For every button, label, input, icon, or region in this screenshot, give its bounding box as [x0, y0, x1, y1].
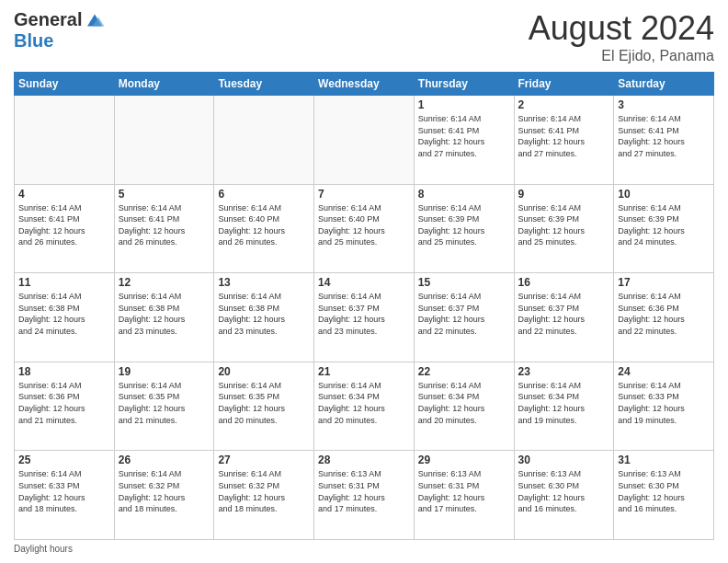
day-info: Sunrise: 6:14 AM Sunset: 6:34 PM Dayligh…	[418, 380, 510, 426]
calendar-cell: 5Sunrise: 6:14 AM Sunset: 6:41 PM Daylig…	[114, 184, 214, 273]
calendar-cell: 13Sunrise: 6:14 AM Sunset: 6:38 PM Dayli…	[214, 273, 314, 362]
day-info: Sunrise: 6:14 AM Sunset: 6:38 PM Dayligh…	[18, 291, 110, 337]
day-number: 3	[618, 98, 710, 111]
calendar-cell: 11Sunrise: 6:14 AM Sunset: 6:38 PM Dayli…	[15, 273, 115, 362]
day-info: Sunrise: 6:14 AM Sunset: 6:38 PM Dayligh…	[119, 291, 210, 337]
calendar-cell: 4Sunrise: 6:14 AM Sunset: 6:41 PM Daylig…	[15, 184, 115, 273]
calendar-cell: 12Sunrise: 6:14 AM Sunset: 6:38 PM Dayli…	[114, 273, 214, 362]
day-number: 21	[318, 365, 410, 378]
day-number: 23	[518, 365, 610, 378]
day-number: 24	[618, 365, 710, 378]
calendar-cell: 18Sunrise: 6:14 AM Sunset: 6:36 PM Dayli…	[15, 362, 115, 451]
calendar-cell: 22Sunrise: 6:14 AM Sunset: 6:34 PM Dayli…	[414, 362, 514, 451]
day-info: Sunrise: 6:13 AM Sunset: 6:31 PM Dayligh…	[318, 468, 410, 514]
calendar-cell	[314, 96, 415, 185]
day-info: Sunrise: 6:14 AM Sunset: 6:41 PM Dayligh…	[618, 113, 710, 159]
day-info: Sunrise: 6:14 AM Sunset: 6:36 PM Dayligh…	[18, 380, 110, 426]
calendar-header-sunday: Sunday	[15, 73, 115, 96]
calendar-cell: 25Sunrise: 6:14 AM Sunset: 6:33 PM Dayli…	[15, 451, 115, 540]
day-number: 17	[618, 276, 710, 289]
calendar-header-saturday: Saturday	[614, 73, 714, 96]
calendar-cell: 17Sunrise: 6:14 AM Sunset: 6:36 PM Dayli…	[614, 273, 714, 362]
day-number: 20	[218, 365, 310, 378]
day-number: 31	[618, 454, 710, 466]
day-number: 28	[318, 454, 410, 466]
calendar-cell: 21Sunrise: 6:14 AM Sunset: 6:34 PM Dayli…	[314, 362, 415, 451]
logo: General Blue	[14, 9, 106, 52]
day-number: 19	[119, 365, 210, 378]
page: General Blue August 2024 El Ejido, Panam…	[0, 0, 728, 563]
day-info: Sunrise: 6:13 AM Sunset: 6:30 PM Dayligh…	[618, 468, 710, 514]
calendar-header-row: SundayMondayTuesdayWednesdayThursdayFrid…	[15, 73, 714, 96]
month-title: August 2024	[529, 9, 714, 48]
calendar-week-4: 18Sunrise: 6:14 AM Sunset: 6:36 PM Dayli…	[15, 362, 714, 451]
day-info: Sunrise: 6:13 AM Sunset: 6:30 PM Dayligh…	[518, 468, 610, 514]
day-info: Sunrise: 6:14 AM Sunset: 6:33 PM Dayligh…	[18, 468, 110, 514]
day-info: Sunrise: 6:14 AM Sunset: 6:41 PM Dayligh…	[18, 202, 110, 248]
day-number: 22	[418, 365, 510, 378]
logo-icon	[84, 11, 106, 29]
day-number: 27	[218, 454, 310, 466]
day-info: Sunrise: 6:14 AM Sunset: 6:40 PM Dayligh…	[318, 202, 410, 248]
day-number: 16	[518, 276, 610, 289]
calendar-cell: 6Sunrise: 6:14 AM Sunset: 6:40 PM Daylig…	[214, 184, 314, 273]
day-info: Sunrise: 6:14 AM Sunset: 6:39 PM Dayligh…	[618, 202, 710, 248]
day-info: Sunrise: 6:14 AM Sunset: 6:35 PM Dayligh…	[218, 380, 310, 426]
calendar-cell: 14Sunrise: 6:14 AM Sunset: 6:37 PM Dayli…	[314, 273, 415, 362]
day-number: 8	[418, 188, 510, 201]
day-info: Sunrise: 6:14 AM Sunset: 6:41 PM Dayligh…	[418, 113, 510, 159]
day-number: 30	[518, 454, 610, 466]
calendar-cell: 23Sunrise: 6:14 AM Sunset: 6:34 PM Dayli…	[514, 362, 614, 451]
calendar-cell: 9Sunrise: 6:14 AM Sunset: 6:39 PM Daylig…	[514, 184, 614, 273]
calendar-week-2: 4Sunrise: 6:14 AM Sunset: 6:41 PM Daylig…	[15, 184, 714, 273]
header: General Blue August 2024 El Ejido, Panam…	[14, 9, 714, 64]
calendar-header-tuesday: Tuesday	[214, 73, 314, 96]
day-info: Sunrise: 6:14 AM Sunset: 6:39 PM Dayligh…	[418, 202, 510, 248]
day-info: Sunrise: 6:14 AM Sunset: 6:41 PM Dayligh…	[119, 202, 210, 248]
day-number: 7	[318, 188, 410, 201]
day-number: 10	[618, 188, 710, 201]
calendar-cell: 2Sunrise: 6:14 AM Sunset: 6:41 PM Daylig…	[514, 96, 614, 185]
logo-blue-text: Blue	[14, 30, 53, 52]
day-number: 25	[18, 454, 110, 466]
day-number: 26	[119, 454, 210, 466]
day-info: Sunrise: 6:14 AM Sunset: 6:40 PM Dayligh…	[218, 202, 310, 248]
calendar-cell: 30Sunrise: 6:13 AM Sunset: 6:30 PM Dayli…	[514, 451, 614, 540]
day-number: 5	[119, 188, 210, 201]
day-number: 13	[218, 276, 310, 289]
footer-note: Daylight hours	[14, 544, 714, 554]
calendar-cell: 1Sunrise: 6:14 AM Sunset: 6:41 PM Daylig…	[414, 96, 514, 185]
calendar: SundayMondayTuesdayWednesdayThursdayFrid…	[14, 72, 714, 540]
day-info: Sunrise: 6:14 AM Sunset: 6:37 PM Dayligh…	[518, 291, 610, 337]
day-info: Sunrise: 6:14 AM Sunset: 6:37 PM Dayligh…	[318, 291, 410, 337]
day-info: Sunrise: 6:14 AM Sunset: 6:35 PM Dayligh…	[119, 380, 210, 426]
calendar-cell	[114, 96, 214, 185]
calendar-cell: 15Sunrise: 6:14 AM Sunset: 6:37 PM Dayli…	[414, 273, 514, 362]
day-number: 6	[218, 188, 310, 201]
calendar-cell: 16Sunrise: 6:14 AM Sunset: 6:37 PM Dayli…	[514, 273, 614, 362]
calendar-week-1: 1Sunrise: 6:14 AM Sunset: 6:41 PM Daylig…	[15, 96, 714, 185]
calendar-cell: 7Sunrise: 6:14 AM Sunset: 6:40 PM Daylig…	[314, 184, 415, 273]
calendar-cell	[15, 96, 115, 185]
day-number: 2	[518, 98, 610, 111]
calendar-cell: 31Sunrise: 6:13 AM Sunset: 6:30 PM Dayli…	[614, 451, 714, 540]
calendar-cell: 27Sunrise: 6:14 AM Sunset: 6:32 PM Dayli…	[214, 451, 314, 540]
day-info: Sunrise: 6:14 AM Sunset: 6:34 PM Dayligh…	[518, 380, 610, 426]
calendar-week-5: 25Sunrise: 6:14 AM Sunset: 6:33 PM Dayli…	[15, 451, 714, 540]
day-info: Sunrise: 6:13 AM Sunset: 6:31 PM Dayligh…	[418, 468, 510, 514]
calendar-cell: 28Sunrise: 6:13 AM Sunset: 6:31 PM Dayli…	[314, 451, 415, 540]
calendar-cell: 3Sunrise: 6:14 AM Sunset: 6:41 PM Daylig…	[614, 96, 714, 185]
day-number: 12	[119, 276, 210, 289]
day-number: 29	[418, 454, 510, 466]
day-info: Sunrise: 6:14 AM Sunset: 6:39 PM Dayligh…	[518, 202, 610, 248]
calendar-header-thursday: Thursday	[414, 73, 514, 96]
day-number: 9	[518, 188, 610, 201]
day-info: Sunrise: 6:14 AM Sunset: 6:41 PM Dayligh…	[518, 113, 610, 159]
calendar-cell: 8Sunrise: 6:14 AM Sunset: 6:39 PM Daylig…	[414, 184, 514, 273]
day-info: Sunrise: 6:14 AM Sunset: 6:34 PM Dayligh…	[318, 380, 410, 426]
calendar-cell: 29Sunrise: 6:13 AM Sunset: 6:31 PM Dayli…	[414, 451, 514, 540]
calendar-cell	[214, 96, 314, 185]
day-number: 15	[418, 276, 510, 289]
day-number: 18	[18, 365, 110, 378]
day-info: Sunrise: 6:14 AM Sunset: 6:32 PM Dayligh…	[119, 468, 210, 514]
